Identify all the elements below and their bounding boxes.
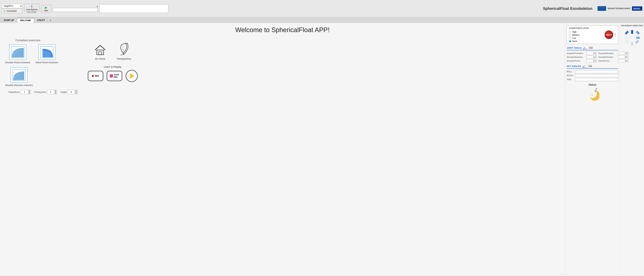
exercise-shoulder-abd[interactable]: Shoulder Abduction-Adduction — [5, 67, 33, 86]
assistance-high-radio[interactable] — [569, 31, 571, 33]
connected-button[interactable]: ✔ Connected — [2, 9, 22, 13]
movement-direction-panel: MOVEMENT DIRECTION — [620, 23, 644, 275]
timing-input-wrap: ▲ ▼ — [47, 90, 57, 94]
joint-shoulder-flex: ShoulderFlexion — [567, 59, 597, 62]
assistance-low-radio[interactable] — [569, 37, 571, 39]
timing-input[interactable] — [47, 91, 54, 94]
target-down[interactable]: ▼ — [75, 92, 77, 94]
tab-add-button[interactable]: + — [48, 18, 53, 23]
play-tri-icon — [130, 73, 134, 79]
center-content: Welcome to SphericalFloat APP! Compliant… — [0, 23, 565, 275]
spinner-svg — [624, 29, 641, 46]
shoulder-flex-val[interactable] — [586, 59, 597, 62]
svg-rect-16 — [636, 37, 640, 39]
rpy-grid: ROLL PITCH YAW — [567, 70, 618, 81]
svg-rect-4 — [99, 52, 102, 55]
help-button[interactable]: HELP — [604, 30, 613, 39]
assistance-none-radio[interactable] — [569, 40, 571, 42]
bottom-controls: Repetitions ▲ ▼ Timing [sec] — [8, 90, 78, 94]
svg-rect-3 — [97, 50, 104, 55]
target-input[interactable] — [68, 91, 75, 94]
assistance-medium-radio[interactable] — [569, 34, 571, 36]
load-app-button[interactable]: ⬇ Load Applicat — [24, 4, 39, 11]
assistance-none[interactable]: None — [569, 40, 616, 42]
stop-rec-button[interactable]: STOPREC — [107, 71, 122, 81]
target-select[interactable]: TargetPC1 — [2, 4, 22, 8]
welcome-title: Welcome to SphericalFloat APP! — [5, 26, 560, 34]
tab-welcome[interactable]: WELCOME — [17, 18, 34, 23]
joint-angle-icon — [583, 46, 588, 49]
shoulder-abd-label2: ShoulderAbduction — [567, 56, 586, 58]
tab-utility[interactable]: UTILITY — [34, 18, 48, 23]
transparency-label: Transparency — [116, 57, 131, 60]
shoulder-abd-label: Shoulder Abduction-Adduction — [5, 84, 33, 86]
joint-shoulder-abd: ShoulderAbduction — [567, 55, 597, 59]
svg-rect-14 — [631, 30, 633, 34]
repetitions-arrows: ▲ ▼ — [28, 90, 30, 94]
rec-label: REC — [95, 75, 99, 77]
svg-point-10 — [592, 95, 593, 96]
tab-startup[interactable]: START UP — [1, 18, 17, 23]
svg-rect-21 — [624, 31, 629, 35]
transparency-action[interactable]: Transparency — [116, 42, 131, 60]
load-arrow-icon: ⬇ — [30, 5, 33, 8]
roll-label: ROLL — [567, 70, 574, 73]
rpy-angles-section: RPY ANGLES 45° ROLL PITCH YAW — [567, 64, 618, 81]
timing-arrows: ▲ ▼ — [54, 90, 57, 94]
exercises-section: Compliant exercises Shoulder Flexion-Ext… — [5, 39, 78, 94]
target-group: Target ▲ ▼ — [60, 90, 77, 94]
rec-button[interactable]: REC — [88, 71, 103, 81]
shoulder-flex-label: Shoulder Flexion-Extension — [5, 61, 30, 64]
status-section: Status Z Z Z — [567, 83, 618, 101]
timing-label: Timing [sec] — [34, 91, 46, 93]
joint-scapular-prot: ScapularProtraction — [567, 52, 597, 55]
shoulder-abduction-wrap: Shoulder Abduction-Adduction — [5, 67, 33, 86]
svg-rect-19 — [625, 40, 629, 44]
target-select-wrap: TargetPC1 ✔ Connected — [2, 4, 22, 13]
status-sleep-icon: Z Z Z — [586, 87, 600, 101]
target-arrows: ▲ ▼ — [75, 90, 77, 94]
shoulder-abd-icon-wrap — [10, 67, 28, 83]
load-app-label: Load Applicat — [26, 8, 37, 10]
movement-spinner — [624, 29, 641, 46]
pitch-bar — [575, 74, 618, 77]
exercise-shoulder-flex[interactable]: Shoulder Flexion-Extension — [5, 44, 30, 64]
record-buttons: REC STOPREC — [88, 70, 138, 82]
elbow-flex-label2: ElbowFlexion — [598, 60, 617, 62]
repetitions-input[interactable] — [21, 91, 28, 94]
header: TargetPC1 ✔ Connected ⬇ Load Applicat UN… — [0, 0, 644, 17]
shoulder-flex-svg — [11, 46, 24, 58]
stop-rec-label: STOPREC — [114, 74, 119, 78]
target-input-wrap: ▲ ▼ — [68, 90, 78, 94]
start-play-icon: ▶ — [45, 6, 47, 9]
timing-up[interactable]: ▲ — [54, 90, 57, 92]
shoulder-flex-icon-wrap — [9, 44, 26, 60]
target-up[interactable]: ▲ — [75, 90, 77, 92]
start-button[interactable]: ▶ Start — [41, 5, 51, 12]
repetitions-group: Repetitions ▲ ▼ — [8, 90, 31, 94]
joint-angle-title: JOINT ANGLE — [567, 47, 582, 49]
play-button[interactable] — [126, 70, 138, 82]
help-button-wrap: HELP ↑ — [604, 30, 616, 39]
svg-text:Z: Z — [596, 88, 597, 89]
assistance-low-label: Low — [572, 37, 576, 39]
header-title: SphericalFloat Exoskeleton — [543, 6, 592, 11]
stop-sq-icon — [110, 74, 113, 78]
exercise-elbow-flex[interactable]: Elbow Flexion-Extension — [36, 44, 58, 64]
rpy-angle-badge: 45° — [588, 65, 592, 67]
repetitions-up[interactable]: ▲ — [28, 90, 30, 92]
elbow-flex-icon-wrap — [38, 44, 56, 60]
repetitions-down[interactable]: ▼ — [28, 92, 30, 94]
timing-down[interactable]: ▼ — [54, 92, 57, 94]
scapular-elev-label: ScapularElevation — [598, 52, 617, 54]
actions-section: Go Home Transparency — [88, 42, 138, 82]
shoulder-abd-val[interactable] — [586, 55, 597, 59]
go-home-action[interactable]: Go Home — [94, 44, 106, 60]
rpy-roll: ROLL — [567, 70, 618, 73]
rpy-yaw: YAW — [567, 78, 618, 81]
scapular-prot-val[interactable] — [586, 52, 597, 55]
svg-rect-17 — [635, 40, 639, 44]
joint-angle-grid: ScapularProtraction ScapularElevation Sh… — [567, 52, 618, 62]
action-row-1: Go Home Transparency — [94, 42, 131, 60]
connected-label: Connected — [6, 10, 16, 12]
